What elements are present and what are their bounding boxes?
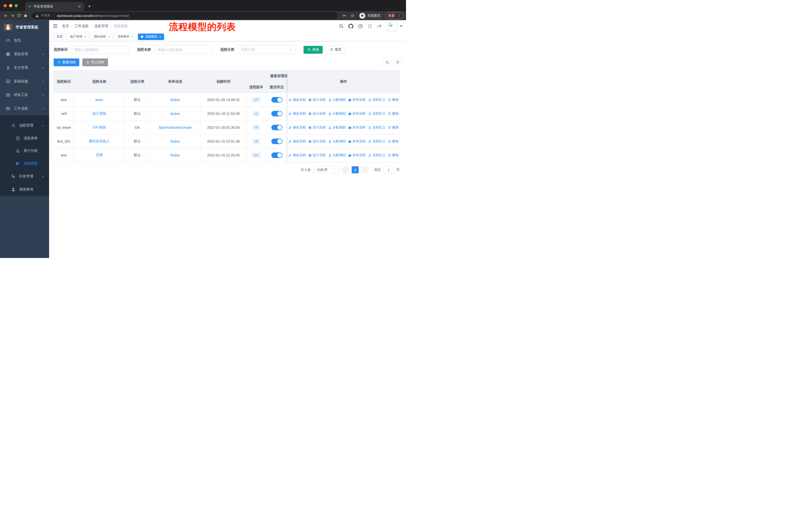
sidebar-item-4[interactable]: 基础设施	[0, 75, 49, 88]
sidebar-item-2[interactable]: 系统管理	[0, 47, 49, 61]
process-name-link[interactable]: 滔博	[96, 153, 103, 158]
close-window-button[interactable]	[3, 4, 7, 7]
filter-select[interactable]: 流程分类	[238, 45, 295, 54]
filter-input[interactable]	[154, 45, 212, 54]
action-link[interactable]: 修改流程	[288, 98, 306, 102]
forward-icon[interactable]	[9, 12, 16, 19]
import-process-button[interactable]: 导入流程	[82, 58, 108, 66]
active-toggle[interactable]	[271, 139, 283, 144]
form-info-link[interactable]: biubiu	[170, 153, 180, 157]
fullscreen-icon[interactable]	[366, 22, 374, 30]
bookmark-star-icon[interactable]	[350, 13, 355, 18]
action-link[interactable]: 发布流程	[348, 98, 366, 102]
prev-page-button[interactable]: ‹	[342, 166, 349, 173]
sidebar-item-11[interactable]: 任务管理	[0, 170, 49, 183]
form-info-link[interactable]: biubiu	[170, 112, 180, 116]
action-link[interactable]: 发布流程	[348, 111, 366, 116]
question-icon[interactable]: ?	[356, 22, 365, 30]
action-link[interactable]: 删除	[388, 111, 399, 116]
action-link[interactable]: 设计流程	[308, 153, 326, 158]
breadcrumb-item[interactable]: 流程管理	[94, 24, 108, 28]
menu-dots-icon[interactable]	[397, 14, 401, 18]
sidebar-item-3[interactable]: 支付管理	[0, 61, 49, 75]
tab-close-icon[interactable]: ✕	[77, 4, 82, 9]
reset-button[interactable]: 重置	[326, 46, 345, 54]
action-link[interactable]: 修改流程	[288, 153, 306, 158]
action-link[interactable]: 删除	[388, 139, 399, 144]
close-icon[interactable]: ×	[108, 35, 110, 38]
sidebar-item-10[interactable]: 流程模型	[0, 157, 49, 170]
process-name-link[interactable]: eeee	[95, 98, 103, 102]
back-icon[interactable]	[2, 12, 9, 19]
next-page-button[interactable]: ›	[361, 166, 368, 173]
browser-tab[interactable]: 芋道管理系统 ✕	[25, 2, 84, 11]
sidebar-item-6[interactable]: 工作流程	[0, 102, 49, 115]
sidebar-item-9[interactable]: 用户分组	[0, 145, 49, 157]
action-link[interactable]: 流程定义	[368, 125, 385, 130]
action-link[interactable]: 修改流程	[288, 111, 306, 116]
form-info-link[interactable]: /bpm/oa/leave/create	[159, 126, 192, 130]
key-icon[interactable]	[342, 13, 347, 18]
action-link[interactable]: 分配规则	[328, 139, 346, 144]
action-link[interactable]: 发布流程	[348, 139, 366, 144]
action-link[interactable]: 分配规则	[328, 153, 346, 158]
tag-tab[interactable]: 租户管理×	[67, 33, 89, 40]
fontsize-icon[interactable]: TT	[375, 22, 384, 30]
close-icon[interactable]: ×	[159, 35, 161, 38]
search-button[interactable]: 搜索	[303, 46, 323, 54]
sidebar-item-12[interactable]: 请假查询	[0, 183, 49, 196]
tag-tab[interactable]: 首页	[54, 33, 66, 40]
action-link[interactable]: 修改流程	[288, 125, 306, 130]
action-link[interactable]: 发布流程	[348, 153, 366, 158]
url-bar[interactable]: 不安全 dashboard.yudao.iocoder.cn/bpm/manag…	[32, 12, 338, 19]
sidebar-item-1[interactable]: 首页	[0, 34, 49, 47]
process-name-link[interactable]: 自己审批	[92, 111, 107, 116]
goto-page-input[interactable]	[383, 166, 394, 173]
avatar-dropdown-caret-icon[interactable]	[400, 25, 403, 27]
active-toggle[interactable]	[271, 153, 283, 158]
update-chip[interactable]: 更新	[385, 12, 404, 19]
close-icon[interactable]: ×	[84, 35, 86, 38]
action-link[interactable]: 设计流程	[308, 139, 326, 144]
action-link[interactable]: 分配规则	[328, 125, 346, 130]
zoom-window-button[interactable]	[14, 4, 18, 7]
action-link[interactable]: 流程定义	[368, 153, 385, 158]
search-icon[interactable]	[337, 22, 346, 30]
home-icon[interactable]	[22, 12, 29, 19]
action-link[interactable]: 删除	[388, 125, 399, 130]
security-label[interactable]: 不安全	[41, 13, 51, 18]
form-info-link[interactable]: biubiu	[170, 139, 180, 143]
sidebar-item-5[interactable]: 研发工具	[0, 88, 49, 102]
active-toggle[interactable]	[271, 111, 283, 116]
create-process-button[interactable]: 新建流程	[54, 58, 79, 66]
page-number-current[interactable]: 1	[352, 166, 359, 173]
sidebar-item-7[interactable]: 流程管理	[0, 119, 49, 132]
process-name-link[interactable]: 测试多审批人	[89, 139, 110, 144]
process-name-link[interactable]: OA 请假	[93, 125, 106, 130]
action-link[interactable]: 流程定义	[368, 98, 385, 102]
action-link[interactable]: 修改流程	[288, 139, 306, 144]
action-link[interactable]: 发布流程	[348, 125, 366, 130]
new-tab-button[interactable]: +	[88, 3, 91, 9]
action-link[interactable]: 流程定义	[368, 139, 385, 144]
action-link[interactable]: 删除	[388, 98, 399, 102]
action-link[interactable]: 设计流程	[308, 111, 326, 116]
search-toggle-icon[interactable]	[383, 58, 391, 66]
collapse-sidebar-icon[interactable]	[53, 23, 58, 29]
action-link[interactable]: 流程定义	[368, 111, 385, 116]
reload-icon[interactable]	[16, 12, 22, 19]
close-icon[interactable]: ×	[132, 35, 134, 38]
minimize-window-button[interactable]	[9, 4, 12, 7]
tag-tab[interactable]: 流程表单×	[114, 33, 137, 40]
action-link[interactable]: 设计流程	[308, 125, 326, 130]
breadcrumb-item[interactable]: 工作流程	[75, 24, 89, 28]
action-link[interactable]: 删除	[388, 153, 399, 158]
breadcrumb-item[interactable]: 首页	[62, 24, 69, 28]
action-link[interactable]: 设计流程	[308, 98, 326, 102]
refresh-icon[interactable]	[394, 58, 402, 66]
user-avatar[interactable]	[387, 21, 398, 31]
action-link[interactable]: 分配规则	[328, 98, 346, 102]
active-toggle[interactable]	[271, 125, 283, 130]
action-link[interactable]: 分配规则	[328, 111, 346, 116]
page-size-select[interactable]: 10条/页	[313, 166, 340, 173]
